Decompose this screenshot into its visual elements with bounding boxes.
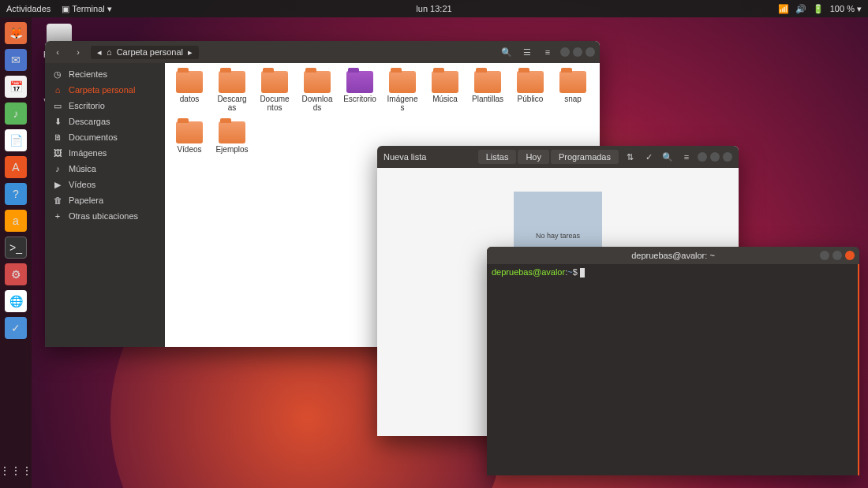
path-more-icon[interactable]: ▸	[188, 47, 193, 58]
terminal-title: depruebas@avalor: ~	[631, 251, 715, 260]
folder-snap[interactable]: snap	[556, 71, 589, 112]
maximize-button[interactable]	[832, 251, 842, 260]
dock-settings[interactable]: ⚙	[5, 263, 27, 285]
folder-icon	[474, 71, 501, 93]
dock-chrome[interactable]: 🌐	[5, 290, 27, 312]
folder-label: Downloads	[301, 95, 334, 112]
network-icon[interactable]: 📶	[778, 4, 788, 13]
dock-todo[interactable]: ✓	[5, 317, 27, 339]
minimize-button[interactable]	[698, 152, 707, 162]
path-up-icon[interactable]: ◂	[97, 47, 102, 58]
folder-icon	[176, 71, 203, 93]
folder-descargas[interactable]: Descargas	[215, 71, 249, 112]
folder-label: Escritorio	[343, 95, 376, 103]
close-button[interactable]	[845, 251, 855, 260]
terminal-window: depruebas@avalor: ~ depruebas@avalor:~$	[487, 247, 859, 475]
folder-icon	[219, 121, 245, 143]
todo-headerbar: Nueva lista ListasHoyProgramadas ⇅ ✓ 🔍 ≡	[377, 146, 739, 168]
sidebar-item-documentos[interactable]: 🗎Documentos	[45, 129, 165, 145]
sidebar-item-vídeos[interactable]: ▶Vídeos	[45, 177, 165, 192]
appmenu-button[interactable]: ▣ Terminal ▾	[62, 4, 111, 14]
activities-button[interactable]: Actividades	[6, 4, 51, 13]
dock-help[interactable]: ?	[5, 183, 27, 205]
folder-icon	[389, 71, 416, 93]
dock-firefox[interactable]: 🦊	[5, 22, 27, 44]
close-button[interactable]	[723, 152, 732, 162]
sidebar-item-carpeta-personal[interactable]: ⌂Carpeta personal	[45, 82, 165, 98]
battery-percent[interactable]: 100 % ▾	[830, 4, 862, 14]
sidebar-item-label: Carpeta personal	[69, 85, 135, 95]
search-icon[interactable]: 🔍	[660, 149, 675, 165]
folder-imágenes[interactable]: Imágenes	[386, 71, 419, 112]
tab-programadas[interactable]: Programadas	[551, 150, 619, 164]
close-button[interactable]	[586, 47, 595, 57]
sidebar-item-label: Música	[69, 164, 96, 173]
folder-label: Público	[514, 95, 547, 103]
sidebar-item-label: Escritorio	[69, 101, 105, 110]
sidebar-item-label: Vídeos	[69, 180, 95, 189]
folder-label: Descargas	[215, 95, 249, 112]
sidebar-item-icon: ⌂	[53, 85, 62, 95]
volume-icon[interactable]: 🔊	[795, 4, 805, 13]
folder-ejemplos[interactable]: Ejemplos	[215, 121, 249, 154]
folder-downloads[interactable]: Downloads	[301, 71, 334, 112]
hamburger-button[interactable]: ≡	[540, 44, 556, 60]
dock-terminal[interactable]: >_	[5, 237, 27, 259]
path-label: Carpeta personal	[117, 47, 183, 57]
menu-icon[interactable]: ≡	[679, 149, 694, 165]
todo-title: Nueva lista	[383, 152, 426, 162]
sidebar-item-escritorio[interactable]: ▭Escritorio	[45, 98, 165, 114]
dock-libreoffice[interactable]: 📄	[5, 129, 27, 151]
tab-listas[interactable]: Listas	[478, 150, 517, 164]
sort-icon[interactable]: ⇅	[622, 149, 638, 165]
sidebar-item-icon: 🗎	[53, 132, 62, 142]
terminal-body[interactable]: depruebas@avalor:~$	[487, 264, 859, 475]
folder-plantillas[interactable]: Plantillas	[471, 71, 504, 112]
clock[interactable]: lun 13:21	[416, 4, 451, 13]
folder-label: datos	[173, 95, 206, 103]
tab-hoy[interactable]: Hoy	[518, 150, 549, 164]
folder-label: Vídeos	[173, 145, 206, 154]
view-list-button[interactable]: ☰	[519, 44, 535, 60]
maximize-button[interactable]	[573, 47, 582, 57]
back-button[interactable]: ‹	[50, 44, 65, 60]
dock-rhythmbox[interactable]: ♪	[5, 102, 27, 125]
dock-thunderbird[interactable]: ✉	[5, 49, 27, 71]
folder-vídeos[interactable]: Vídeos	[173, 121, 206, 154]
prompt-user: depruebas@avalor	[492, 267, 565, 277]
sidebar-item-icon: ⬇	[53, 117, 62, 126]
folder-datos[interactable]: datos	[173, 71, 206, 112]
sidebar-item-label: Papelera	[69, 196, 103, 205]
dock-software[interactable]: A	[5, 156, 27, 178]
sidebar-item-descargas[interactable]: ⬇Descargas	[45, 114, 165, 129]
cursor	[580, 268, 585, 278]
folder-documentos[interactable]: Documentos	[258, 71, 291, 112]
folder-música[interactable]: Música	[428, 71, 462, 112]
dock-calendar[interactable]: 📅	[5, 76, 27, 98]
sidebar-item-imágenes[interactable]: 🖼Imágenes	[45, 145, 165, 161]
sidebar-item-música[interactable]: ♪Música	[45, 161, 165, 177]
folder-icon	[517, 71, 544, 93]
folder-escritorio[interactable]: Escritorio	[343, 71, 376, 112]
sidebar-item-recientes[interactable]: ◷Recientes	[45, 66, 165, 82]
forward-button[interactable]: ›	[70, 44, 86, 60]
minimize-button[interactable]	[560, 47, 570, 57]
todo-view-switcher: ListasHoyProgramadas	[478, 150, 619, 164]
check-icon[interactable]: ✓	[641, 149, 657, 165]
sidebar-item-papelera[interactable]: 🗑Papelera	[45, 192, 165, 208]
files-sidebar: ◷Recientes⌂Carpeta personal▭Escritorio⬇D…	[45, 63, 165, 347]
dock-amazon[interactable]: a	[5, 210, 27, 232]
sidebar-item-otras-ubicaciones[interactable]: +Otras ubicaciones	[45, 208, 165, 224]
path-bar[interactable]: ◂ ⌂ Carpeta personal ▸	[91, 46, 199, 59]
folder-icon	[261, 71, 288, 93]
search-button[interactable]: 🔍	[499, 44, 514, 60]
dock-apps-grid[interactable]: ⋮⋮⋮	[5, 460, 27, 482]
folder-icon	[176, 121, 203, 143]
sidebar-item-icon: ▭	[53, 101, 62, 110]
files-headerbar: ‹ › ◂ ⌂ Carpeta personal ▸ 🔍 ☰ ≡	[45, 41, 600, 63]
sidebar-item-label: Documentos	[69, 132, 118, 142]
folder-público[interactable]: Público	[514, 71, 547, 112]
minimize-button[interactable]	[820, 251, 829, 260]
battery-icon[interactable]: 🔋	[813, 4, 822, 13]
maximize-button[interactable]	[710, 152, 720, 162]
